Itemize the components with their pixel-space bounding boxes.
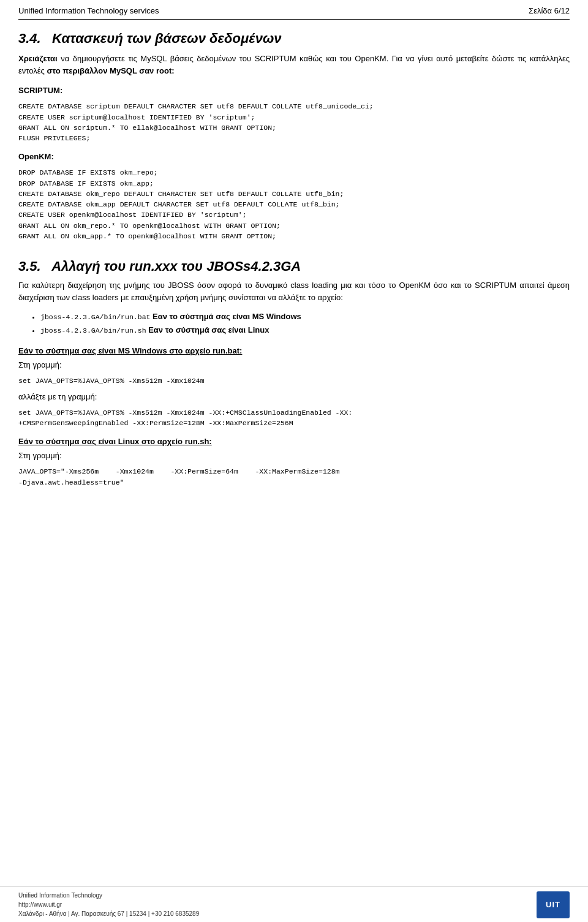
bullet-item-windows: jboss-4.2.3.GA/bin/run.bat Εαν το σύστημ… bbox=[40, 310, 570, 323]
footer-logo-text: UIT bbox=[546, 900, 560, 909]
header-page-number: Σελίδα 6/12 bbox=[529, 6, 570, 15]
linux-section-heading: Εάν το σύστημα σας είναι Linux στο αρχεί… bbox=[18, 437, 570, 446]
scriptum-code: CREATE DATABASE scriptum DEFAULT CHARACT… bbox=[18, 101, 570, 143]
footer-info: Unified Information Technology http://ww… bbox=[18, 891, 199, 918]
sth-grammi2-label: Στη γραμμή: bbox=[18, 451, 570, 460]
bullet-item-linux: jboss-4.2.3.GA/bin/run.sh Εαν το σύστημά… bbox=[40, 323, 570, 337]
windows-code-after: set JAVA_OPTS=%JAVA_OPTS% -Xms512m -Xmx1… bbox=[18, 407, 570, 429]
bullet-list: jboss-4.2.3.GA/bin/run.bat Εαν το σύστημ… bbox=[18, 310, 570, 337]
section-35-heading: 3.5. Αλλαγή του run.xxx του JBOSs4.2.3GA bbox=[18, 259, 570, 274]
section-35-number: 3.5. bbox=[18, 259, 41, 274]
allazte-label: αλλάξτε με τη γραμμή: bbox=[18, 392, 570, 401]
page-wrapper: Unified Information Technology services … bbox=[0, 0, 588, 922]
footer-url: http://www.uit.gr bbox=[18, 900, 199, 909]
intro-bold-word: Χρειάζεται bbox=[18, 54, 58, 63]
scriptum-label: SCRIPTUM: bbox=[18, 86, 570, 95]
section-34-intro: Χρειάζεται να δημιουργήσετε τις MySQL βά… bbox=[18, 53, 570, 77]
page-footer: Unified Information Technology http://ww… bbox=[0, 886, 588, 922]
linux-code-before: JAVA_OPTS="-Xms256m -Xmx1024m -XX:PermSi… bbox=[18, 466, 570, 488]
section-34-heading: 3.4. Κατασκευή των βάσεων δεδομένων bbox=[18, 31, 570, 47]
sth-grammi-label: Στη γραμμή: bbox=[18, 360, 570, 369]
bullet1-text: Εαν το σύστημά σας είναι MS Windows bbox=[150, 312, 301, 321]
bullet2-code: jboss-4.2.3.GA/bin/run.sh bbox=[40, 327, 146, 334]
openkm-code: DROP DATABASE IF EXISTS okm_repo; DROP D… bbox=[18, 167, 570, 241]
header-company: Unified Information Technology services bbox=[18, 6, 159, 15]
section-35-title: Αλλαγή του run.xxx του JBOSs4.2.3GA bbox=[51, 259, 301, 274]
windows-section-heading: Εάν το σύστημα σας είναι MS Windows στο … bbox=[18, 346, 570, 355]
page-header: Unified Information Technology services … bbox=[18, 0, 570, 20]
footer-company: Unified Information Technology bbox=[18, 891, 199, 900]
footer-logo: UIT bbox=[537, 891, 570, 918]
windows-code-before: set JAVA_OPTS=%JAVA_OPTS% -Xms512m -Xmx1… bbox=[18, 376, 570, 386]
bullet2-text: Εαν το σύστημά σας είναι Linux bbox=[146, 325, 270, 334]
bullet1-code: jboss-4.2.3.GA/bin/run.bat bbox=[40, 313, 150, 321]
openkm-label: OpenKM: bbox=[18, 152, 570, 161]
section-35-intro: Για καλύτερη διαχείρηση της μνήμης του J… bbox=[18, 279, 570, 304]
footer-address: Χαλάνδρι - Αθήνα | Αγ. Παρασκευής 67 | 1… bbox=[18, 909, 199, 918]
section-34-number: 3.4. bbox=[18, 31, 41, 46]
section-34-title: Κατασκευή των βάσεων δεδομένων bbox=[52, 31, 281, 46]
